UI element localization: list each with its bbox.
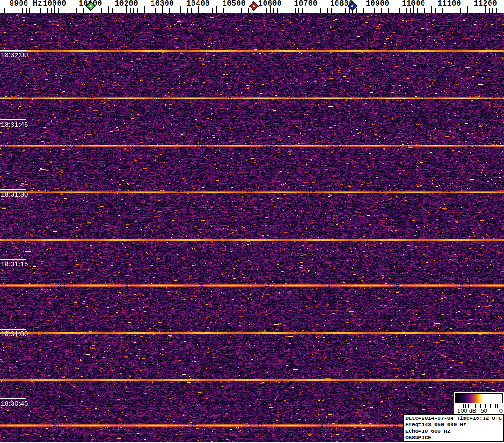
freq-tick: [464, 8, 464, 13]
freq-tick: [101, 8, 102, 13]
freq-tick: [467, 6, 468, 13]
freq-tick: [327, 8, 328, 13]
info-line-echo: Echo=10 600 Hz: [405, 428, 502, 435]
freq-tick: [133, 8, 134, 13]
freq-label: 10400: [186, 0, 210, 8]
freq-tick: [285, 8, 285, 13]
freq-tick: [492, 8, 493, 13]
freq-label: 10500: [222, 0, 246, 8]
freq-tick: [76, 8, 77, 13]
freq-tick: [202, 8, 202, 13]
freq-tick: [310, 8, 310, 13]
freq-tick: [421, 8, 421, 13]
time-label: 18:31:00: [1, 330, 28, 337]
color-gradient-bar[interactable]: [455, 393, 503, 403]
freq-tick: [119, 8, 119, 13]
freq-tick: [238, 8, 238, 13]
freq-tick: [33, 8, 33, 13]
freq-tick: [288, 6, 288, 13]
freq-tick: [195, 8, 195, 13]
freq-tick: [108, 6, 109, 13]
freq-tick: [489, 8, 490, 13]
freq-label: 10700: [294, 0, 318, 8]
freq-tick: [216, 6, 217, 13]
freq-tick: [406, 8, 407, 13]
freq-tick: [47, 8, 48, 13]
freq-tick: [227, 8, 227, 13]
scale-label-min: -100 dB: [455, 407, 477, 414]
freq-tick: [220, 8, 220, 13]
freq-tick: [431, 6, 432, 13]
freq-tick: [295, 8, 296, 13]
freq-label: 11200: [474, 0, 497, 8]
freq-tick: [259, 8, 259, 13]
freq-tick: [410, 8, 411, 13]
frequency-ruler[interactable]: 9900 Hz100001010010200103001040010500106…: [0, 0, 504, 13]
freq-tick: [298, 8, 299, 13]
freq-label: 10600: [258, 0, 282, 8]
time-label: 18:30:45: [1, 399, 28, 407]
freq-tick: [363, 8, 364, 13]
freq-tick: [374, 8, 375, 13]
freq-tick: [504, 6, 504, 13]
freq-tick: [144, 6, 145, 13]
freq-tick: [173, 8, 173, 13]
freq-tick: [180, 6, 181, 13]
freq-label: 11100: [438, 0, 461, 8]
freq-tick: [191, 8, 192, 13]
freq-tick: [281, 8, 281, 13]
freq-tick: [69, 8, 69, 13]
freq-tick: [12, 8, 12, 13]
freq-tick: [212, 8, 213, 13]
freq-tick: [159, 8, 159, 13]
freq-label: 10000: [43, 0, 66, 8]
freq-tick: [137, 8, 138, 13]
freq-label: 11000: [402, 0, 425, 8]
freq-tick: [277, 8, 278, 13]
freq-tick: [381, 8, 382, 13]
info-line-date: Date=2014-07-04 Time=16:32 UTC: [405, 415, 502, 422]
freq-label: 10300: [151, 0, 174, 8]
freq-tick: [399, 8, 400, 13]
freq-tick: [148, 8, 148, 13]
freq-tick: [80, 8, 80, 13]
time-label: 18:31:15: [1, 260, 28, 268]
freq-tick: [44, 8, 44, 13]
freq-tick: [338, 8, 338, 13]
freq-tick: [446, 8, 446, 13]
freq-tick: [273, 8, 274, 13]
freq-tick: [313, 8, 313, 13]
freq-tick: [130, 8, 131, 13]
scale-label-max: 0: [499, 407, 503, 414]
spectrogram-screen: 9900 Hz100001010010200103001040010500106…: [0, 0, 504, 443]
freq-tick: [266, 8, 267, 13]
freq-tick: [152, 8, 152, 13]
freq-tick: [209, 8, 209, 13]
freq-tick: [98, 8, 98, 13]
freq-tick: [320, 8, 321, 13]
freq-tick: [478, 8, 478, 13]
freq-tick: [116, 8, 116, 13]
waterfall-display[interactable]: [0, 13, 504, 443]
freq-tick: [457, 8, 457, 13]
freq-tick: [442, 8, 443, 13]
info-line-freq: Freq=143 050 000 Hz: [405, 422, 502, 428]
freq-tick: [392, 8, 392, 13]
freq-tick: [367, 8, 367, 13]
red-marker[interactable]: [249, 1, 259, 11]
freq-tick: [15, 8, 15, 13]
scale-label-mid: -50: [478, 407, 487, 414]
freq-tick: [496, 8, 497, 13]
freq-tick: [166, 8, 166, 13]
freq-tick: [73, 6, 73, 13]
freq-tick: [439, 8, 439, 13]
freq-tick: [424, 8, 425, 13]
time-label: 18:31:30: [1, 190, 28, 198]
freq-tick: [385, 8, 385, 13]
freq-tick: [317, 8, 317, 13]
freq-tick: [112, 8, 113, 13]
freq-tick: [231, 8, 231, 13]
freq-tick: [356, 8, 357, 13]
freq-tick: [388, 8, 389, 13]
freq-tick: [248, 8, 249, 13]
